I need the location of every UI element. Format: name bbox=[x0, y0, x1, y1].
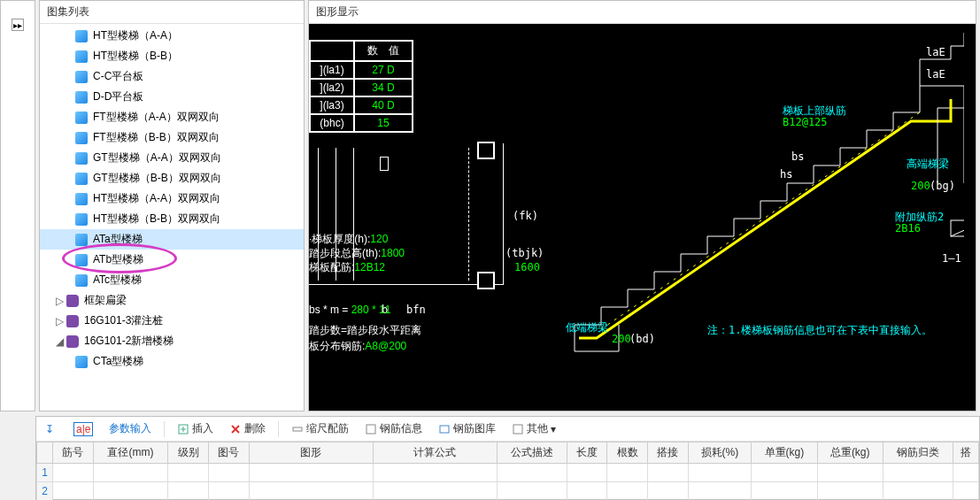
doc-icon bbox=[75, 356, 88, 368]
doc-icon bbox=[75, 30, 88, 42]
svg-rect-10 bbox=[293, 427, 302, 431]
top-rebar-value: B12@125 bbox=[783, 116, 828, 128]
info-icon bbox=[365, 423, 377, 435]
tree-group[interactable]: ▷框架扁梁 bbox=[40, 290, 304, 311]
tree-item[interactable]: ATc型楼梯 bbox=[40, 270, 304, 290]
tree-item[interactable]: GT型楼梯（B-B）双网双向 bbox=[40, 168, 304, 188]
doc-icon bbox=[75, 213, 88, 226]
delete-icon bbox=[229, 423, 242, 435]
ab-icon: a|e bbox=[73, 422, 93, 436]
lae-label: laE bbox=[926, 68, 945, 81]
doc-icon bbox=[75, 173, 88, 185]
high-beam-label: 高端梯梁 bbox=[907, 157, 949, 172]
svg-rect-3 bbox=[951, 220, 964, 236]
fk-label: (fk) bbox=[513, 210, 538, 222]
tree-item[interactable]: HT型楼梯（A-A）双网双向 bbox=[40, 188, 304, 209]
svg-line-4 bbox=[951, 220, 964, 236]
note-text: 注：1.楼梯板钢筋信息也可在下表中直接输入。 bbox=[707, 323, 932, 338]
cad-viewport[interactable]: 数 值 ](la1)27 D ](la2)34 D ](la3)40 D (bh… bbox=[309, 23, 976, 411]
svg-line-2 bbox=[601, 112, 920, 329]
tree-group[interactable]: ◢16G101-2新增楼梯 bbox=[40, 331, 304, 351]
doc-icon bbox=[75, 193, 88, 205]
rebar-table-panel: ↧ a|e 参数输入 插入 删除 缩尺配筋 钢筋信息 钢筋图库 其他 ▾ 筋号 … bbox=[35, 416, 980, 500]
tree-item[interactable]: FT型楼梯（A-A）双网双向 bbox=[40, 107, 304, 127]
book-icon bbox=[66, 315, 79, 327]
insert-icon bbox=[177, 423, 189, 435]
expand-sidebar-button[interactable]: ▸▸ bbox=[12, 19, 24, 31]
doc-icon bbox=[75, 91, 88, 104]
tree-item[interactable]: HT型楼梯（B-B） bbox=[40, 46, 304, 66]
doc-icon bbox=[75, 274, 88, 287]
cad-param-table: 数 值 ](la1)27 D ](la2)34 D ](la3)40 D (bh… bbox=[309, 40, 413, 133]
atlas-list-title: 图集列表 bbox=[40, 1, 304, 23]
bd-value: 200 bbox=[612, 333, 631, 345]
doc-icon bbox=[75, 254, 88, 266]
collapse-icon: ▷ bbox=[54, 315, 65, 327]
doc-icon bbox=[75, 112, 88, 124]
grid-row[interactable]: 2 bbox=[37, 482, 979, 501]
scale-icon bbox=[291, 423, 304, 435]
doc-icon bbox=[75, 234, 88, 246]
tree-item[interactable]: ATb型楼梯 bbox=[40, 250, 304, 270]
param-input-button[interactable]: 参数输入 bbox=[105, 419, 155, 438]
book-icon bbox=[66, 335, 79, 348]
graphic-display-panel: 图形显示 数 值 ](la1)27 D ](la2)34 D ](la3)40 … bbox=[308, 0, 976, 412]
delete-button[interactable]: 删除 bbox=[226, 419, 269, 438]
stair-section-drawing bbox=[548, 24, 964, 369]
book-icon bbox=[66, 295, 79, 307]
graphic-display-title: 图形显示 bbox=[309, 1, 976, 23]
bd-label: (bd) bbox=[629, 333, 655, 345]
tbjk-value: 1600 bbox=[514, 261, 540, 273]
tree-item[interactable]: GT型楼梯（A-A）双网双向 bbox=[40, 148, 304, 168]
rebar-toolbar: ↧ a|e 参数输入 插入 删除 缩尺配筋 钢筋信息 钢筋图库 其他 ▾ bbox=[36, 417, 979, 442]
atlas-list-panel: 图集列表 HT型楼梯（A-A） HT型楼梯（B-B） C-C平台板 D-D平台板… bbox=[39, 0, 305, 412]
scale-button[interactable]: 缩尺配筋 bbox=[288, 419, 352, 438]
other-button[interactable]: 其他 ▾ bbox=[508, 419, 559, 438]
add-rebar-value: 2B16 bbox=[895, 222, 921, 235]
insert-button[interactable]: 插入 bbox=[174, 419, 217, 438]
tree-item[interactable]: FT型楼梯（B-B）双网双向 bbox=[40, 127, 304, 148]
bg-value: 200 bbox=[911, 180, 930, 192]
tree-item[interactable]: HT型楼梯（B-B）双网双向 bbox=[40, 209, 304, 229]
tree-item[interactable]: HT型楼梯（A-A） bbox=[40, 26, 304, 46]
move-down-button[interactable]: ↧ bbox=[42, 421, 61, 437]
expand-icon: ◢ bbox=[54, 335, 65, 348]
svg-rect-12 bbox=[440, 426, 449, 433]
ab-toggle-button[interactable]: a|e bbox=[70, 420, 96, 438]
left-sidebar: ▸▸ bbox=[0, 0, 35, 412]
rebar-lib-button[interactable]: 钢筋图库 bbox=[435, 419, 499, 438]
section-label: 1—1 bbox=[942, 252, 961, 265]
bg-label: (bg) bbox=[930, 180, 955, 192]
tree-item-ata[interactable]: ATa型楼梯 bbox=[40, 229, 304, 250]
doc-icon bbox=[75, 50, 88, 63]
atlas-tree: HT型楼梯（A-A） HT型楼梯（B-B） C-C平台板 D-D平台板 FT型楼… bbox=[40, 23, 304, 411]
bfn-label: bfn bbox=[406, 304, 426, 316]
down-arrow-icon: ↧ bbox=[45, 423, 58, 435]
tree-item[interactable]: D-D平台板 bbox=[40, 87, 304, 107]
collapse-icon: ▷ bbox=[54, 295, 65, 307]
tree-item[interactable]: CTa型楼梯 bbox=[40, 351, 304, 372]
rebar-grid[interactable]: 筋号 直径(mm) 级别 图号 图形 计算公式 公式描述 长度 根数 搭接 损耗… bbox=[36, 442, 979, 500]
doc-icon bbox=[75, 152, 88, 165]
tree-group[interactable]: ▷16G101-3灌注桩 bbox=[40, 311, 304, 331]
svg-rect-11 bbox=[367, 425, 375, 434]
tbjk-label: (tbjk) bbox=[505, 247, 544, 259]
low-beam-label: 低端梯梁 bbox=[566, 320, 608, 335]
hs-label: hs bbox=[780, 168, 792, 181]
bs-label: bs bbox=[791, 150, 804, 163]
library-icon bbox=[438, 423, 451, 435]
other-icon bbox=[512, 423, 524, 435]
tree-item[interactable]: C-C平台板 bbox=[40, 66, 304, 87]
svg-rect-13 bbox=[513, 425, 522, 434]
doc-icon bbox=[75, 71, 88, 83]
rebar-info-button[interactable]: 钢筋信息 bbox=[361, 419, 426, 438]
doc-icon bbox=[75, 132, 88, 144]
grid-row[interactable]: 1 bbox=[37, 464, 979, 482]
lae-label: laE bbox=[926, 46, 945, 58]
